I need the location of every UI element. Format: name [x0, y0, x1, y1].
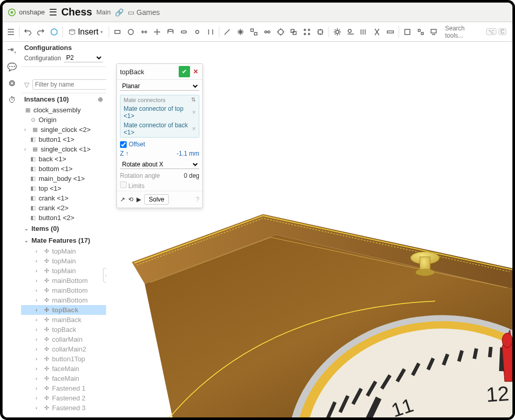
mate-item-button1Top[interactable]: ›✣button1Top [21, 354, 106, 364]
redo-icon[interactable] [35, 26, 47, 38]
mate-connector-icon[interactable] [234, 26, 247, 38]
mate-item-mainBottom[interactable]: ›✣mainBottom [21, 295, 106, 305]
named-views-icon[interactable] [401, 26, 414, 38]
add-instance-icon[interactable]: ⊕ [98, 96, 103, 103]
mate-item-topMain[interactable]: ›✣topMain [21, 256, 106, 266]
tree-button1-2[interactable]: ◧button1 <2> [21, 213, 106, 223]
tree-main1[interactable]: ◧main_body <1> [21, 174, 106, 183]
chevron-right-icon[interactable]: › [36, 405, 41, 411]
remove-icon[interactable]: × [192, 125, 196, 132]
pin-slot-mate-icon[interactable] [178, 26, 190, 38]
tree-bottom1[interactable]: ◧bottom <1> [21, 164, 106, 174]
configuration-select[interactable]: P2 [64, 54, 103, 62]
chevron-right-icon[interactable]: › [36, 307, 41, 313]
confirm-button[interactable]: ✔ [179, 66, 190, 77]
mate-type-select[interactable]: Planar [120, 82, 199, 91]
filter-input[interactable] [32, 79, 106, 90]
chevron-right-icon[interactable]: › [36, 327, 41, 332]
chevron-right-icon[interactable]: › [36, 385, 41, 391]
exploded-view-icon[interactable] [415, 26, 427, 38]
chevron-right-icon[interactable]: › [36, 297, 41, 303]
offset-checkbox[interactable] [120, 141, 127, 148]
undo-icon[interactable] [22, 26, 34, 38]
menu-icon[interactable]: ☰ [49, 7, 57, 18]
reorient-icon[interactable]: ⟲ [128, 196, 133, 203]
tree-top1[interactable]: ◧top <1> [21, 183, 106, 193]
rail-comments-icon[interactable]: 💬 [7, 62, 17, 72]
z-value[interactable]: -1.1 mm [177, 150, 199, 157]
view-cube-orbit-icon[interactable] [48, 26, 60, 38]
slider-mate-icon[interactable] [138, 26, 150, 38]
rack-pinion-icon[interactable] [345, 26, 357, 38]
mate-item-Fastened 2[interactable]: ›✣Fastened 2 [21, 393, 106, 403]
screw-relation-icon[interactable] [371, 26, 383, 38]
cylindrical-mate-icon[interactable] [164, 26, 177, 38]
feature-tree-toggle-icon[interactable] [5, 26, 17, 38]
chevron-right-icon[interactable]: › [24, 146, 29, 152]
tree-sc2[interactable]: ›▦single_clock <2> [21, 125, 106, 135]
chevron-right-icon[interactable]: › [36, 248, 41, 254]
remove-icon[interactable]: × [192, 109, 196, 116]
chevron-right-icon[interactable]: › [36, 356, 41, 362]
snap-mode-icon[interactable] [314, 26, 327, 38]
tree-crank1[interactable]: ◧crank <1> [21, 193, 106, 203]
animate-icon[interactable]: ▶ [136, 196, 141, 203]
mate-item-topMain[interactable]: ›✣topMain [21, 246, 106, 256]
fastened-mate-icon[interactable] [111, 26, 124, 38]
help-icon[interactable]: ? [196, 196, 199, 203]
tree-root[interactable]: ▦clock_assembly [21, 105, 106, 115]
folder-breadcrumb[interactable]: ▭ Games [128, 8, 160, 16]
brand-logo[interactable]: onshape [7, 7, 45, 18]
chevron-right-icon[interactable]: › [36, 317, 41, 323]
chevron-right-icon[interactable]: › [36, 395, 41, 401]
tree-sc1[interactable]: ›▦single_clock <1> [21, 144, 106, 154]
chevron-right-icon[interactable]: › [36, 268, 41, 274]
display-states-icon[interactable] [427, 26, 440, 38]
replicate-icon[interactable] [288, 26, 300, 38]
cancel-button[interactable]: ✕ [192, 68, 199, 75]
mate-item-Fastened 1[interactable]: ›✣Fastened 1 [21, 383, 106, 393]
document-title[interactable]: Chess [61, 6, 92, 18]
mate-item-topBack[interactable]: ›✣topBack [21, 305, 106, 315]
ball-mate-icon[interactable] [191, 26, 203, 38]
link-icon[interactable]: 🔗 [115, 8, 124, 16]
rail-versions-icon[interactable]: ❂ [9, 79, 15, 88]
insert-button[interactable]: Insert ▾ [65, 25, 107, 39]
rotation-angle-value[interactable]: 0 deg [184, 172, 199, 179]
chevron-right-icon[interactable]: › [36, 346, 41, 352]
rail-add-feature-icon[interactable]: ⇥+ [7, 45, 16, 55]
items-header[interactable]: ⌄Items (0) [21, 223, 106, 234]
planar-mate-icon[interactable] [151, 26, 164, 38]
mate-item-topBack[interactable]: ›✣topBack [21, 325, 106, 334]
linear-pattern-icon[interactable] [357, 26, 370, 38]
mate-item-collarMain[interactable]: ›✣collarMain [21, 334, 106, 344]
z-arrow-icon[interactable]: ↑ [126, 150, 129, 157]
gear-relation-icon[interactable] [274, 26, 287, 38]
reorder-icon[interactable]: ⇅ [191, 96, 196, 103]
mate-item-mainBottom[interactable]: ›✣mainBottom [21, 276, 106, 285]
mate-item-faceMain[interactable]: ›✣faceMain [21, 364, 106, 374]
mate-item-topMain[interactable]: ›✣topMain [21, 266, 106, 276]
mate-item-faceMain[interactable]: ›✣faceMain [21, 374, 106, 383]
parallel-mate-icon[interactable] [204, 26, 217, 38]
measure-icon[interactable] [384, 26, 397, 38]
mc-item-2[interactable]: Mate connector of back <1>× [121, 121, 199, 137]
tree-crank2[interactable]: ◧crank <2> [21, 203, 106, 213]
tree-origin[interactable]: ⊙Origin [21, 115, 106, 125]
tree-back1[interactable]: ◧back <1> [21, 154, 106, 164]
relation-icon[interactable] [261, 26, 273, 38]
filter-icon[interactable]: ▽ [24, 81, 29, 89]
tree-button1-1[interactable]: ◧button1 <1> [21, 135, 106, 144]
chevron-right-icon[interactable]: › [36, 258, 41, 264]
chevron-right-icon[interactable]: › [36, 278, 41, 283]
gear-icon[interactable] [331, 26, 344, 38]
chevron-right-icon[interactable]: › [36, 366, 41, 372]
tangent-mate-icon[interactable] [221, 26, 234, 38]
chevron-right-icon[interactable]: › [24, 127, 29, 132]
rail-history-icon[interactable]: ⏱ [8, 95, 16, 104]
solve-button[interactable]: Solve [144, 194, 169, 205]
mate-item-mainBottom[interactable]: ›✣mainBottom [21, 285, 106, 295]
group-icon[interactable] [248, 26, 260, 38]
mate-item-mainBack[interactable]: ›✣mainBack [21, 315, 106, 325]
chevron-right-icon[interactable]: › [36, 376, 41, 381]
